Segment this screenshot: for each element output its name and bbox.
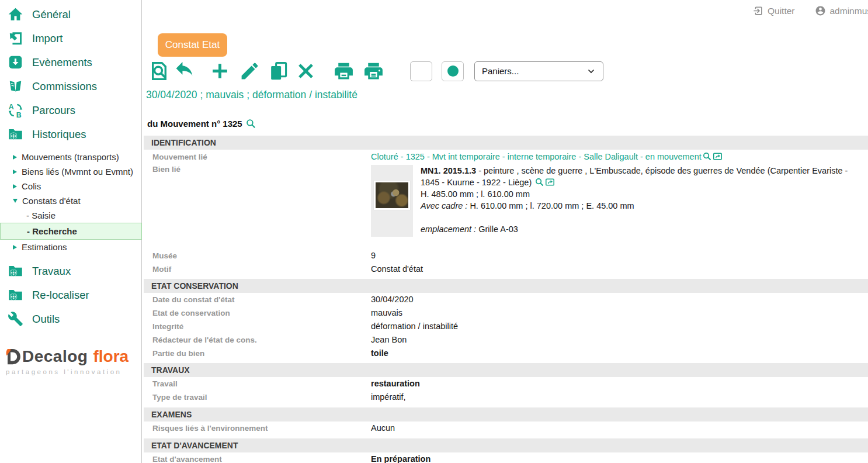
- artwork-location: emplacement : Grille A-03: [421, 223, 860, 235]
- sidebar-item-outils[interactable]: Outils: [0, 307, 141, 331]
- search-icon[interactable]: [245, 118, 256, 129]
- sidebar-item-import[interactable]: Import: [0, 26, 141, 50]
- section-header-etat-conservation: ETAT CONSERVATION: [144, 279, 868, 293]
- field-value: Aucun: [371, 423, 868, 433]
- section-etat-conservation: ETAT CONSERVATION Date du constat d'état…: [144, 279, 868, 361]
- field-value: Jean Bon: [371, 335, 868, 344]
- sidebar-item-evenements[interactable]: Evènements: [0, 50, 141, 74]
- search-record-button[interactable]: [148, 60, 170, 82]
- chevron-down-icon: [13, 199, 18, 203]
- logo-tagline: partageons l'innovation: [6, 368, 141, 375]
- translate-ab-icon: AB: [8, 102, 23, 118]
- sidebar-item-label: Historiques: [32, 128, 86, 141]
- chevron-right-icon: [13, 155, 17, 160]
- section-identification: IDENTIFICATION Mouvement lié Cloturé - 1…: [144, 136, 868, 277]
- decalog-d-mark-icon: [5, 348, 22, 365]
- toolbar: Paniers...: [148, 60, 603, 82]
- field-label: Rédacteur de l'état de cons.: [144, 336, 371, 344]
- sidebar-item-travaux[interactable]: Travaux: [0, 259, 141, 283]
- field-label: Date du constat d'état: [144, 295, 371, 304]
- sidebar-item-label: Outils: [32, 313, 60, 326]
- folder-globe-icon: [8, 126, 23, 142]
- duplicate-icon: [268, 60, 289, 82]
- section-header-etat-avancement: ETAT D'AVANCEMENT: [144, 438, 868, 452]
- sidebar-item-colis[interactable]: Colis: [0, 179, 141, 194]
- sidebar-item-label: Evènements: [32, 56, 92, 69]
- sidebar-item-label: Import: [32, 32, 63, 45]
- sidebar-item-label: Re-localiser: [32, 289, 89, 302]
- mouvement-link[interactable]: Cloturé - 1325 - Mvt int temporaire - in…: [371, 152, 702, 161]
- field-row-musee: Musée 9: [144, 251, 868, 264]
- field-row-redacteur: Rédacteur de l'état de cons. Jean Bon: [144, 335, 868, 348]
- field-value: Constat d'état: [371, 264, 868, 274]
- search-icon[interactable]: [702, 151, 712, 161]
- field-label: Type de travail: [144, 393, 371, 402]
- sidebar-item-commissions[interactable]: Commissions: [0, 74, 141, 98]
- svg-text:A: A: [9, 103, 14, 111]
- plus-icon: [209, 60, 231, 82]
- sidebar-item-relocaliser[interactable]: Re-localiser: [0, 283, 141, 307]
- undo-arrow-icon: [173, 60, 195, 82]
- open-window-icon[interactable]: [713, 151, 723, 161]
- field-value: 30/04/2020: [371, 295, 868, 304]
- sidebar-item-parcours[interactable]: AB Parcours: [0, 98, 141, 122]
- logo-text-decalog: Decalog: [22, 347, 88, 366]
- section-header-examens: EXAMENS: [144, 407, 868, 421]
- field-value: En préparation: [371, 454, 868, 463]
- logo-text-flora: flora: [93, 347, 129, 366]
- field-label: Integrité: [144, 322, 371, 331]
- duplicate-button[interactable]: [268, 60, 289, 82]
- status-dot-button[interactable]: [442, 61, 464, 81]
- sidebar-item-label: Commissions: [32, 80, 97, 93]
- artwork-dimensions: H. 485.00 mm ; l. 610.00 mm: [421, 188, 860, 200]
- print-report-button[interactable]: [363, 60, 384, 82]
- sidebar-item-recherche[interactable]: - Recherche: [0, 223, 142, 240]
- delete-button[interactable]: [295, 60, 317, 82]
- field-row-risques: Risques liés à l'environnement Aucun: [144, 423, 868, 437]
- artwork-description: - peinture , scène de guerre , L'Embusca…: [421, 166, 848, 187]
- decalog-flora-logo: Decalog flora partageons l'innovation: [5, 347, 141, 375]
- paniers-dropdown[interactable]: Paniers...: [474, 61, 603, 81]
- back-button[interactable]: [173, 60, 195, 82]
- sidebar-item-label: Général: [32, 8, 71, 21]
- chevron-down-icon: [586, 67, 596, 76]
- field-label: Musée: [144, 251, 371, 260]
- painting-image: [374, 181, 410, 210]
- folder-globe-icon: [8, 287, 23, 303]
- search-icon[interactable]: [534, 177, 544, 187]
- sidebar: Général Import Evènements Commissions AB…: [0, 0, 142, 463]
- field-label: Partie du bien: [144, 349, 371, 358]
- pencil-icon: [239, 60, 261, 82]
- sidebar-item-biens-lies[interactable]: Biens liés (Mvmnt ou Evmnt): [0, 164, 141, 179]
- field-label: Travail: [144, 379, 371, 388]
- print-button[interactable]: [333, 60, 355, 82]
- chevron-right-icon: [13, 184, 17, 189]
- field-label: Mouvement lié: [144, 153, 371, 161]
- field-value: 9: [371, 251, 868, 260]
- open-window-icon[interactable]: [545, 177, 555, 187]
- wrench-icon: [8, 311, 23, 327]
- section-etat-avancement: ETAT D'AVANCEMENT Etat d'avancement En p…: [144, 438, 868, 463]
- field-value: impératif,: [371, 392, 868, 402]
- field-label: Etat de conservation: [144, 309, 371, 317]
- chevron-right-icon: [13, 245, 17, 250]
- sidebar-item-label: Travaux: [32, 265, 71, 278]
- chevron-right-icon: [13, 170, 17, 174]
- teal-dot-icon: [447, 65, 459, 77]
- sidebar-item-historiques[interactable]: Historiques: [0, 122, 141, 146]
- sidebar-item-saisie[interactable]: - Saisie: [0, 208, 141, 223]
- import-icon: [8, 30, 23, 46]
- record-number-input[interactable]: [410, 61, 432, 81]
- add-button[interactable]: [209, 60, 231, 82]
- artwork-details: MN1. 2015.1.3 - peinture , scène de guer…: [421, 165, 863, 235]
- tab-constat-etat[interactable]: Constat Etat: [158, 33, 227, 57]
- field-row-etat-avancement: Etat d'avancement En préparation: [144, 454, 868, 463]
- edit-button[interactable]: [239, 60, 261, 82]
- sidebar-item-estimations[interactable]: Estimations: [0, 240, 141, 254]
- field-row-bien-lie: Bien lié MN1. 2015.1.3 - peinture , scèn…: [144, 165, 868, 251]
- sidebar-item-constats-etat[interactable]: Constats d'état: [0, 194, 141, 208]
- artwork-thumbnail[interactable]: [371, 165, 413, 237]
- sidebar-item-label: Parcours: [32, 104, 75, 117]
- sidebar-item-general[interactable]: Général: [0, 2, 141, 26]
- sidebar-item-mouvements[interactable]: Mouvements (transports): [0, 150, 141, 164]
